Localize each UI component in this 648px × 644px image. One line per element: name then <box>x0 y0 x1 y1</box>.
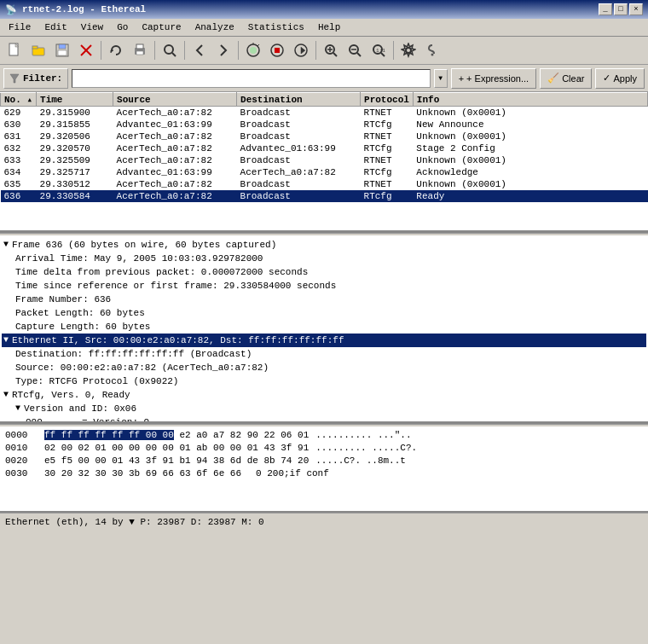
hex-ascii: .....C?. ..8m..t <box>315 455 406 467</box>
settings-btn[interactable] <box>397 39 419 61</box>
detail-section-label: Version and ID: 0x06 <box>24 402 136 415</box>
svg-point-11 <box>165 45 173 54</box>
detail-line: Source: 00:00:e2:a0:a7:82 (AcerTech_a0:a… <box>2 361 646 374</box>
filter-icon <box>9 73 20 84</box>
table-row[interactable]: 63529.330512AcerTech_a0:a7:82BroadcastRT… <box>1 178 648 190</box>
packet-table: No. ▴ Time Source Destination Protocol I… <box>0 92 648 202</box>
menu-bar: FileEditViewGoCaptureAnalyzeStatisticsHe… <box>0 19 648 37</box>
clear-icon: 🧹 <box>547 73 559 84</box>
menu-item-file[interactable]: File <box>3 20 36 34</box>
svg-rect-5 <box>58 50 67 55</box>
sep5 <box>315 41 316 60</box>
packet-list[interactable]: No. ▴ Time Source Destination Protocol I… <box>0 92 648 233</box>
svg-line-25 <box>357 53 361 56</box>
apply-btn[interactable]: ✓ Apply <box>595 68 645 89</box>
hex-bytes: e5 f5 00 00 01 43 3f 91 b1 94 38 6d de 8… <box>44 455 309 467</box>
detail-section[interactable]: ▼ Version and ID: 0x06 <box>2 402 646 415</box>
help-btn[interactable] <box>421 39 443 61</box>
detail-pane: ▼ Frame 636 (60 bytes on wire, 60 bytes … <box>0 236 648 424</box>
hex-pane: 0000ff ff ff ff ff ff 00 00 e2 a0 a7 82 … <box>0 427 648 513</box>
menu-item-help[interactable]: Help <box>313 20 345 34</box>
svg-rect-2 <box>32 46 38 49</box>
tree-triangle: ▼ <box>3 388 9 402</box>
table-row[interactable]: 63029.315855Advantec_01:63:99BroadcastRT… <box>1 119 648 131</box>
maximize-btn[interactable]: □ <box>614 3 628 15</box>
menu-item-capture[interactable]: Capture <box>136 20 186 34</box>
close-btn[interactable]: × <box>629 3 643 15</box>
capture-restart-btn[interactable] <box>290 39 312 61</box>
hex-ascii: .......... ...".. <box>315 429 411 442</box>
hex-offset: 0000 <box>5 429 38 442</box>
hex-ascii: 0 200;if conf <box>256 467 329 480</box>
zoom-in-btn[interactable] <box>320 39 342 61</box>
table-row[interactable]: 63629.330584AcerTech_a0:a7:82BroadcastRT… <box>1 190 648 202</box>
clear-btn[interactable]: 🧹 Clear <box>540 68 592 89</box>
detail-line: Packet Length: 60 bytes <box>2 306 646 320</box>
detail-line: 000. .... = Version: 0 <box>2 415 646 424</box>
forward-btn[interactable] <box>212 39 234 61</box>
svg-text:1:1: 1:1 <box>376 48 385 54</box>
back-btn[interactable] <box>188 39 211 61</box>
col-no[interactable]: No. ▴ <box>1 93 37 107</box>
svg-rect-10 <box>136 51 143 55</box>
capture-stop-btn[interactable] <box>266 39 288 61</box>
tree-triangle: ▼ <box>3 334 9 347</box>
minimize-btn[interactable]: _ <box>599 3 612 15</box>
table-row[interactable]: 63229.320570AcerTech_a0:a7:82Advantec_01… <box>1 142 648 154</box>
detail-section[interactable]: ▼ Frame 636 (60 bytes on wire, 60 bytes … <box>2 238 646 252</box>
capture-start-btn[interactable] <box>242 39 264 61</box>
apply-icon: ✓ <box>603 73 610 84</box>
col-time[interactable]: Time <box>37 93 113 107</box>
svg-rect-4 <box>59 44 66 49</box>
menu-item-statistics[interactable]: Statistics <box>243 20 310 34</box>
col-info[interactable]: Info <box>413 93 647 107</box>
hex-offset: 0010 <box>5 442 38 455</box>
expression-btn[interactable]: + + Expression... <box>451 68 537 89</box>
menu-item-go[interactable]: Go <box>112 20 133 34</box>
hex-line: 001002 00 02 01 00 00 00 00 01 ab 00 00 … <box>2 442 646 455</box>
open-btn[interactable] <box>27 39 49 61</box>
table-row[interactable]: 62929.315900AcerTech_a0:a7:82BroadcastRT… <box>1 107 648 119</box>
zoom-100-btn[interactable]: 1:1 <box>367 39 390 61</box>
table-row[interactable]: 63129.320506AcerTech_a0:a7:82BroadcastRT… <box>1 131 648 142</box>
save-btn[interactable] <box>51 39 73 61</box>
app-icon: 📡 <box>5 4 17 15</box>
hex-bytes: 30 20 32 30 30 3b 69 66 63 6f 6e 66 <box>44 467 249 480</box>
detail-section-label: Ethernet II, Src: 00:00:e2:a0:a7:82, Dst… <box>12 334 344 347</box>
menu-item-view[interactable]: View <box>76 20 108 34</box>
filter-label: Filter: <box>3 68 68 89</box>
status-text: Ethernet (eth), 14 by ▼ P: 23987 D: 2398… <box>5 517 264 527</box>
filter-input[interactable] <box>72 69 430 88</box>
zoom-out-btn[interactable] <box>344 39 366 61</box>
filter-dropdown-btn[interactable]: ▼ <box>434 69 448 88</box>
detail-section[interactable]: ▼ Ethernet II, Src: 00:00:e2:a0:a7:82, D… <box>2 334 646 347</box>
hex-offset: 0030 <box>5 467 38 480</box>
close-capture-btn[interactable] <box>75 39 97 61</box>
col-dest[interactable]: Destination <box>237 93 361 107</box>
tree-triangle: ▼ <box>15 402 20 415</box>
menu-item-edit[interactable]: Edit <box>39 20 72 34</box>
detail-section[interactable]: ▼ RTcfg, Vers. 0, Ready <box>2 388 646 402</box>
sep1 <box>101 41 101 60</box>
table-row[interactable]: 63329.325509AcerTech_a0:a7:82BroadcastRT… <box>1 154 648 166</box>
col-proto[interactable]: Protocol <box>361 93 414 107</box>
svg-line-12 <box>172 53 176 56</box>
col-source[interactable]: Source <box>113 93 237 107</box>
hex-bytes: 02 00 02 01 00 00 00 00 01 ab 00 00 01 4… <box>44 442 309 455</box>
title-controls: _ □ × <box>599 3 643 15</box>
detail-line: Time delta from previous packet: 0.00007… <box>2 265 646 279</box>
hex-line: 0020e5 f5 00 00 01 43 3f 91 b1 94 38 6d … <box>2 455 646 467</box>
hex-line: 0000ff ff ff ff ff ff 00 00 e2 a0 a7 82 … <box>2 429 646 442</box>
print-btn[interactable] <box>129 39 151 61</box>
detail-section-label: Frame 636 (60 bytes on wire, 60 bytes ca… <box>12 238 276 252</box>
sep4 <box>238 41 239 60</box>
svg-rect-9 <box>136 44 143 49</box>
find-btn[interactable] <box>159 39 181 61</box>
reload-btn[interactable] <box>105 39 127 61</box>
table-row[interactable]: 63429.325717Advantec_01:63:99AcerTech_a0… <box>1 166 648 178</box>
new-btn[interactable] <box>3 39 26 61</box>
detail-line: Time since reference or first frame: 29.… <box>2 279 646 293</box>
tree-triangle: ▼ <box>3 238 9 252</box>
menu-item-analyze[interactable]: Analyze <box>190 20 240 34</box>
svg-point-14 <box>250 47 257 54</box>
